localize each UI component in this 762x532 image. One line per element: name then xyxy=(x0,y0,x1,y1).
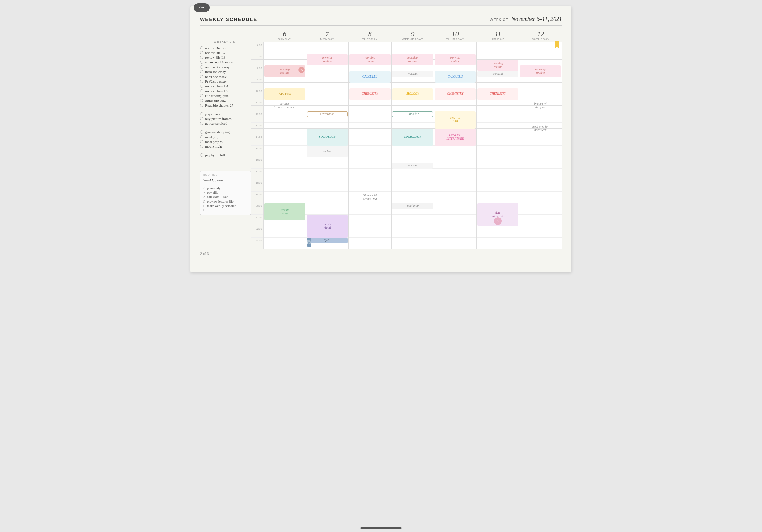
routine-item: preview lectures Bio xyxy=(203,200,248,203)
routine-item: make weekly schedule xyxy=(203,204,248,208)
heart-icon[interactable]: ♡ xyxy=(494,217,501,225)
day-number: 8 xyxy=(348,31,391,37)
event-block[interactable]: errands frames + car serv xyxy=(264,100,305,111)
event-block[interactable]: morning routine xyxy=(307,54,348,65)
task-circle[interactable] xyxy=(200,122,203,125)
day-name: THURSDAY xyxy=(434,37,477,41)
routine-item: ✓plan study xyxy=(203,186,248,190)
task-item: Study bio quiz xyxy=(200,99,251,102)
event-block[interactable]: CALCULUS xyxy=(435,71,476,83)
toggle-icon: 〜 xyxy=(199,4,204,11)
task-item: meal prep xyxy=(200,135,251,139)
event-block[interactable]: brunch w/ the girls xyxy=(520,100,561,111)
task-circle[interactable] xyxy=(200,56,203,59)
task-item: movie night xyxy=(200,145,251,148)
task-item: review Bio L7 xyxy=(200,51,251,54)
task-circle[interactable] xyxy=(200,94,203,97)
day-column-sunday: morning routineyoga classerrands frames … xyxy=(264,42,306,249)
task-circle[interactable] xyxy=(200,75,203,78)
event-block[interactable]: morning routine xyxy=(392,54,433,65)
event-block[interactable]: ENGLISH LITERATURE xyxy=(435,129,476,146)
event-block[interactable]: Hydro xyxy=(307,237,348,243)
task-item: buy picture frames xyxy=(200,117,251,120)
task-circle[interactable] xyxy=(200,46,203,49)
event-block[interactable]: Orientation xyxy=(307,111,348,117)
event-block[interactable]: workout xyxy=(307,146,348,157)
day-column-saturday: morning routinebrunch w/ the girlsmeal p… xyxy=(519,42,562,249)
task-circle[interactable] xyxy=(200,154,203,157)
routine-item: ✓call Mom + Dad xyxy=(203,195,248,199)
event-block[interactable]: SOCIOLOGY xyxy=(392,129,433,146)
routine-title: Weekly prep xyxy=(203,178,248,184)
event-block[interactable]: SOCIOLOGY xyxy=(307,129,348,146)
event-block[interactable]: morning routine xyxy=(520,65,561,77)
edit-icon[interactable]: ✎ xyxy=(298,67,305,73)
page-footer: 2 of 3 xyxy=(200,252,562,255)
event-block[interactable]: Weekly prep xyxy=(264,203,305,220)
task-item: get car serviced xyxy=(200,121,251,125)
task-circle[interactable] xyxy=(200,80,203,83)
routine-items: ✓plan study✓pay bills✓call Mom + Dadprev… xyxy=(203,186,248,211)
task-item: review Bio L6 xyxy=(200,46,251,50)
routine-box: ROUTINE Weekly prep ✓plan study✓pay bill… xyxy=(200,170,251,215)
event-block[interactable]: BIO10H LAB xyxy=(435,111,476,129)
page-number: 2 of 3 xyxy=(200,252,209,255)
task-item: review chem L4 xyxy=(200,84,251,88)
page-container: 〜 WEEKLY SCHEDULE WEEK OF November 6–11,… xyxy=(190,6,572,272)
event-block[interactable]: morning routine xyxy=(477,60,518,71)
task-circle[interactable] xyxy=(200,61,203,64)
day-column-tuesday: morning routineCALCULUSCHEMISTRYDinner w… xyxy=(349,42,392,249)
routine-item: ✓pay bills xyxy=(203,191,248,194)
task-circle[interactable] xyxy=(200,117,203,120)
task-circle[interactable] xyxy=(200,112,203,115)
day-column-thursday: morning routineCALCULUSCHEMISTRYENGLISH … xyxy=(434,42,477,249)
event-block[interactable]: morning routine xyxy=(349,54,391,65)
task-list: review Bio L6review Bio L7review Bio L8c… xyxy=(200,46,251,166)
task-circle[interactable] xyxy=(200,65,203,69)
event-block[interactable]: CHEMISTRY xyxy=(435,88,476,100)
task-item: Bio reading quiz xyxy=(200,94,251,98)
event-block[interactable]: BIOLOGY xyxy=(392,88,433,100)
calendar-grid-wrapper: 6:007:008:009:0010:0011:0012:0013:0014:0… xyxy=(251,42,562,249)
event-block[interactable]: workout xyxy=(392,163,433,169)
event-block[interactable]: workout xyxy=(477,71,518,77)
event-block[interactable]: meal prep xyxy=(392,203,433,209)
day-header-friday: 11FRIDAY xyxy=(477,31,519,42)
event-block[interactable]: CALCULUS xyxy=(349,71,391,83)
event-block[interactable]: meal prep for next week xyxy=(520,123,561,134)
day-column-wednesday: morning routineworkoutBIOLOGYClubs fairS… xyxy=(392,42,434,249)
task-circle[interactable] xyxy=(200,70,203,73)
event-block[interactable]: CHEMISTRY xyxy=(349,88,391,100)
page-title: WEEKLY SCHEDULE xyxy=(200,17,257,22)
event-block[interactable]: CHEMISTRY xyxy=(477,88,518,100)
week-date: November 6–11, 2021 xyxy=(511,16,562,23)
task-circle[interactable] xyxy=(200,99,203,102)
day-column-monday: morning routineOrientationSOCIOLOGYworko… xyxy=(306,42,349,249)
event-block[interactable]: movie night! xyxy=(307,215,348,237)
event-block[interactable]: Clubs fair xyxy=(392,111,433,117)
day-number: 7 xyxy=(306,31,349,37)
day-header-tuesday: 8TUESDAY xyxy=(348,31,391,42)
task-item: review Bio L8 xyxy=(200,55,251,59)
task-item: yoga class xyxy=(200,112,251,116)
task-circle[interactable] xyxy=(200,140,203,143)
event-block[interactable]: yoga class xyxy=(264,88,305,100)
task-circle[interactable] xyxy=(200,145,203,148)
time-col-header xyxy=(251,31,263,42)
task-circle[interactable] xyxy=(200,89,203,93)
task-item: pt #1 soc essay xyxy=(200,75,251,79)
task-circle[interactable] xyxy=(200,135,203,138)
task-circle[interactable] xyxy=(200,104,203,107)
bill-icon: BILLDUE xyxy=(307,237,311,246)
routine-label: ROUTINE xyxy=(203,173,248,176)
top-toggle-button[interactable]: 〜 xyxy=(194,3,210,12)
event-block[interactable]: morning routine xyxy=(435,54,476,65)
event-block[interactable]: Dinner with Mom+Dad xyxy=(349,192,391,203)
task-item: pay hydro bill xyxy=(200,153,251,157)
event-block[interactable]: workout xyxy=(392,71,433,77)
task-circle[interactable] xyxy=(200,51,203,54)
task-circle[interactable] xyxy=(200,85,203,88)
day-header-monday: 7MONDAY xyxy=(306,31,349,42)
task-circle[interactable] xyxy=(200,130,203,134)
day-headers: 6SUNDAY7MONDAY8TUESDAY9WEDNESDAY10THURSD… xyxy=(251,31,562,42)
